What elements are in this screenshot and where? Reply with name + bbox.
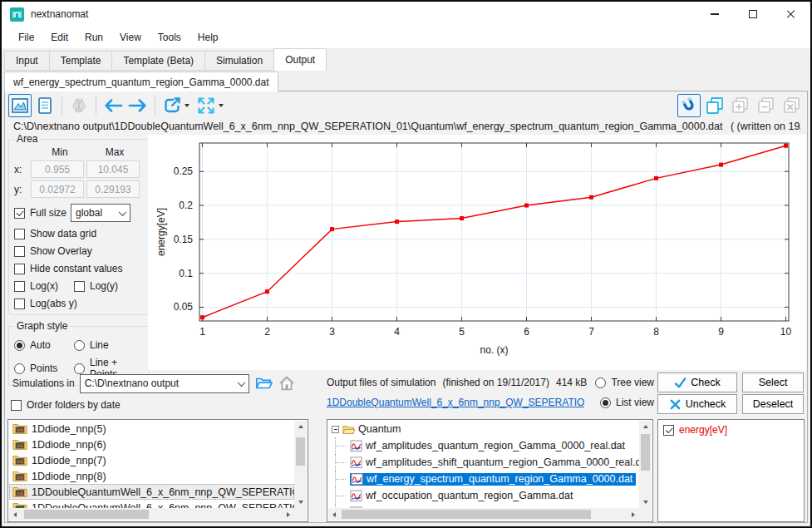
- tab-simulation[interactable]: Simulation: [204, 51, 273, 71]
- uncheck-button[interactable]: Uncheck: [657, 394, 737, 414]
- window-title: nextnanomat: [31, 8, 88, 20]
- menu-view[interactable]: View: [111, 28, 150, 47]
- tree-file-row[interactable]: wf_amplitudes_quantum_region_Gamma_0000_…: [328, 437, 639, 454]
- folder-item[interactable]: 1Ddiode_nnp(6): [9, 437, 294, 452]
- chart-area: 123456789100.050.10.150.20.25no. (x)ener…: [148, 135, 806, 370]
- menu-help[interactable]: Help: [189, 28, 227, 47]
- file-tab[interactable]: wf_energy_spectrum_quantum_region_Gamma_…: [4, 72, 278, 91]
- list-view-radio[interactable]: List view: [600, 397, 654, 408]
- full-size-select[interactable]: global: [71, 204, 130, 222]
- x-max-input[interactable]: [86, 160, 140, 178]
- checkbox-log-abs-y[interactable]: Log(abs y): [14, 298, 77, 309]
- scroll-down-icon[interactable]: [294, 496, 307, 508]
- scroll-thumb[interactable]: [342, 510, 591, 519]
- check-button[interactable]: Check: [657, 373, 737, 392]
- delete-page-icon: [782, 96, 802, 116]
- min-header: Min: [32, 146, 87, 158]
- vertical-scrollbar[interactable]: [639, 421, 652, 508]
- tab-template[interactable]: Template: [49, 51, 112, 71]
- menu-edit[interactable]: Edit: [42, 28, 76, 47]
- data-view-button[interactable]: [33, 94, 57, 117]
- copy-chart-button[interactable]: [703, 94, 726, 117]
- series-checklist[interactable]: energy[eV]: [657, 419, 805, 522]
- menu-file[interactable]: File: [10, 28, 42, 47]
- order-folders-checkbox[interactable]: Order folders by date: [11, 399, 121, 411]
- add-page-icon: [731, 96, 750, 116]
- dropdown-caret-icon[interactable]: [219, 104, 224, 107]
- dropdown-caret-icon[interactable]: [185, 104, 189, 107]
- tree-connector: [335, 437, 350, 454]
- home-icon[interactable]: [278, 374, 296, 392]
- scroll-up-icon[interactable]: [294, 421, 307, 432]
- series-item[interactable]: energy[eV]: [659, 421, 803, 437]
- full-size-checkbox[interactable]: Full size: [14, 207, 66, 219]
- radio-line[interactable]: Line: [74, 339, 109, 351]
- horizontal-scrollbar[interactable]: [9, 508, 294, 521]
- folder-item[interactable]: 1Ddiode_nnp(5): [9, 421, 294, 437]
- add-chart-button: [729, 94, 752, 117]
- output-file-tree[interactable]: Quantumwf_amplitudes_quantum_region_Gamm…: [327, 419, 653, 522]
- scroll-thumb[interactable]: [24, 510, 149, 519]
- browse-folder-icon[interactable]: [254, 374, 273, 392]
- scroll-thumb[interactable]: [296, 437, 305, 466]
- next-file-button[interactable]: [126, 94, 150, 117]
- simulation-folder-select[interactable]: C:\D\nextnano output: [80, 374, 249, 393]
- scroll-thumb[interactable]: [641, 434, 650, 471]
- checkbox-show-overlay[interactable]: Show Overlay: [14, 245, 92, 257]
- scroll-left-icon[interactable]: [328, 508, 340, 521]
- energy-spectrum-chart[interactable]: 123456789100.050.10.150.20.25no. (x)ener…: [148, 135, 806, 370]
- snap-button[interactable]: [677, 94, 701, 117]
- simulation-folder-list[interactable]: 1Ddiode_nnp(5)1Ddiode_nnp(6)1Ddiode_nnp(…: [7, 419, 308, 522]
- radio-auto[interactable]: Auto: [14, 339, 74, 351]
- folder-item[interactable]: 1DDoubleQuantumWell_6_x_6nm_nnp_QW_SEPER…: [9, 484, 294, 500]
- maximize-button[interactable]: [734, 2, 772, 27]
- tree-file-row[interactable]: wf_occupation_quantum_region_Gamma.dat: [328, 487, 639, 504]
- scroll-left-icon[interactable]: [9, 508, 21, 521]
- chevron-down-icon: [119, 208, 127, 216]
- checkbox-box: [14, 264, 25, 274]
- horizontal-scrollbar[interactable]: [328, 508, 639, 521]
- folder-item[interactable]: 1Ddiode_nnp(8): [9, 468, 294, 484]
- deselect-button[interactable]: Deselect: [742, 394, 804, 414]
- checkbox-show-data-grid[interactable]: Show data grid: [14, 228, 96, 239]
- tab-template-beta[interactable]: Template (Beta): [111, 51, 204, 71]
- y-max-input[interactable]: [86, 180, 140, 198]
- simulation-link[interactable]: 1DDoubleQuantumWell_6_x_6nm_nnp_QW_SEPER…: [327, 397, 584, 408]
- tree-expander[interactable]: [332, 426, 339, 433]
- close-button[interactable]: [772, 2, 810, 27]
- tab-output[interactable]: Output: [273, 48, 327, 71]
- graph-view-button[interactable]: [8, 94, 32, 117]
- tree-file-row[interactable]: wf_amplitudes_shift_quantum_region_Gamma…: [328, 454, 639, 471]
- folder-item[interactable]: 1Ddiode_nnp(7): [9, 452, 294, 468]
- menu-tools[interactable]: Tools: [150, 28, 189, 47]
- checkbox-label: Log(abs y): [30, 298, 77, 309]
- overlay-button: [67, 94, 91, 117]
- chart-file-icon: [350, 490, 362, 502]
- tree-view-radio[interactable]: Tree view: [595, 377, 654, 388]
- vertical-scrollbar[interactable]: [294, 421, 307, 508]
- scroll-down-icon[interactable]: [639, 496, 652, 508]
- previous-file-button[interactable]: [101, 94, 125, 117]
- minimize-button[interactable]: [696, 2, 734, 27]
- checkbox-log-y[interactable]: Log(y): [74, 280, 118, 292]
- select-button[interactable]: Select: [742, 373, 804, 392]
- svg-text:no. (x): no. (x): [480, 344, 508, 356]
- menu-run[interactable]: Run: [76, 28, 111, 47]
- tree-file-row[interactable]: wf_energy_spectrum_quantum_region_Gamma_…: [328, 471, 639, 487]
- checkbox-log-x[interactable]: Log(x): [14, 280, 74, 292]
- scroll-right-icon[interactable]: [627, 508, 639, 521]
- uncheck-label: Uncheck: [686, 398, 726, 410]
- export-button[interactable]: [160, 94, 193, 117]
- y-min-input[interactable]: [31, 180, 84, 198]
- tree-view-label: Tree view: [611, 377, 654, 388]
- file-name: wf_occupation_quantum_region_Gamma.dat: [366, 490, 573, 501]
- fit-view-button[interactable]: [194, 94, 227, 117]
- scroll-right-icon[interactable]: [283, 508, 294, 521]
- tab-input[interactable]: Input: [4, 51, 49, 71]
- tree-root-row[interactable]: Quantum: [328, 421, 639, 437]
- scroll-up-icon[interactable]: [639, 421, 652, 432]
- folder-item[interactable]: 1DDoubleQuantumWell_6_x_6nm_nnp_QW_SEPER…: [9, 500, 294, 508]
- svg-text:energy[eV]: energy[eV]: [155, 208, 167, 256]
- checkbox-hide-constant-values[interactable]: Hide constant values: [14, 263, 122, 274]
- x-min-input[interactable]: [31, 160, 84, 178]
